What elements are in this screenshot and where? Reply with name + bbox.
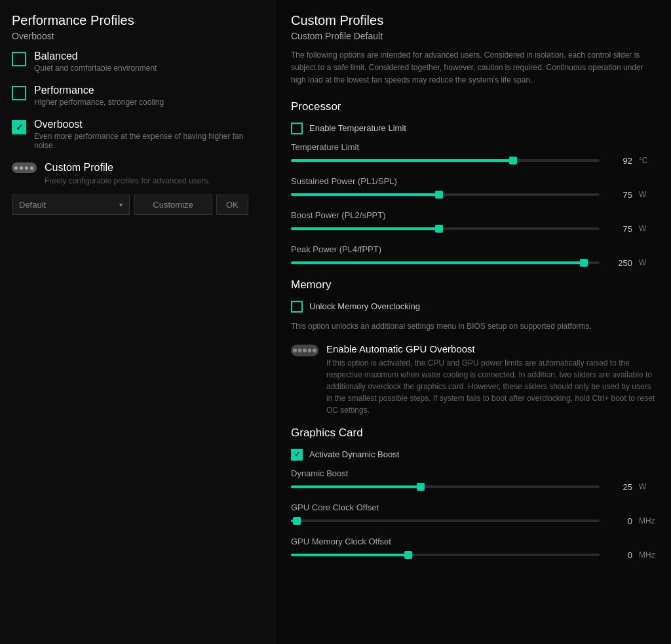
dynamic-boost-thumb[interactable] [417,483,425,491]
temp-limit-value: 92 [606,156,632,166]
dynamic-boost-track[interactable] [291,485,600,488]
gpu-core-clock-slider-section: GPU Core Clock Offset 0 MHz [291,502,655,526]
unlock-oc-label: Unlock Memory Overclocking [309,301,420,311]
custom-profile-toggle[interactable] [12,162,37,173]
temp-limit-fill [291,159,513,162]
sustained-power-fill [291,193,439,196]
auto-gpu-toggle[interactable] [291,345,318,356]
sustained-power-label: Sustained Power (PL1/SPL) [291,176,655,186]
unlock-oc-checkbox[interactable] [291,301,303,313]
activate-dynamic-boost-label: Activate Dynamic Boost [309,449,399,459]
performance-desc: Higher performance, stronger cooling [34,98,164,107]
overboost-desc: Even more performance at the expense of … [34,132,259,150]
gpu-memory-clock-fill [291,554,408,556]
overboost-profile-item[interactable]: Overboost Even more performance at the e… [12,119,259,150]
custom-profile-name: Custom Profile [45,162,113,174]
gpu-core-clock-label: GPU Core Clock Offset [291,502,655,512]
left-panel: Performance Profiles Overboost Balanced … [0,0,275,644]
enable-temp-limit-label: Enable Temperature Limit [309,123,406,133]
temp-limit-label: Temperature Limit [291,142,655,152]
temp-limit-unit: °C [639,156,655,165]
profile-dropdown-value: Default [19,200,46,210]
peak-power-fill [291,261,584,264]
boost-power-slider-section: Boost Power (PL2/sPPT) 75 W [291,210,655,234]
boost-power-label: Boost Power (PL2/sPPT) [291,210,655,220]
enable-temp-limit-checkbox[interactable] [291,123,303,134]
performance-profile-item[interactable]: Performance Higher performance, stronger… [12,85,259,107]
sustained-power-value: 75 [606,190,632,200]
activate-dynamic-boost-checkbox[interactable] [291,449,303,461]
processor-header: Processor [291,100,655,113]
dynamic-boost-unit: W [639,482,655,491]
boost-power-unit: W [639,224,655,233]
performance-name: Performance [34,85,164,96]
peak-power-thumb[interactable] [580,259,588,267]
custom-profile-section: Custom Profile Freely configurable profi… [12,162,259,215]
memory-header: Memory [291,278,655,292]
enable-temp-limit-row[interactable]: Enable Temperature Limit [291,123,655,134]
boost-power-thumb[interactable] [435,225,443,233]
gpu-memory-clock-value: 0 [606,550,632,560]
dynamic-boost-slider-section: Dynamic Boost 25 W [291,468,655,492]
unlock-oc-row[interactable]: Unlock Memory Overclocking [291,301,655,313]
gpu-core-clock-track[interactable] [291,520,600,522]
peak-power-slider-section: Peak Power (PL4/fPPT) 250 W [291,244,655,268]
temp-limit-slider-section: Temperature Limit 92 °C [291,142,655,166]
profile-dropdown[interactable]: Default ▾ [12,195,130,215]
gpu-memory-clock-slider-section: GPU Memory Clock Offset 0 MHz [291,537,655,560]
peak-power-value: 250 [606,258,632,268]
boost-power-value: 75 [606,224,632,234]
custom-profile-default-subtitle: Custom Profile Default [291,31,655,41]
boost-power-fill [291,227,439,230]
custom-profiles-title: Custom Profiles [291,13,655,28]
gpu-core-clock-unit: MHz [639,516,655,525]
balanced-name: Balanced [34,50,157,62]
dynamic-boost-label: Dynamic Boost [291,468,655,478]
dynamic-boost-value: 25 [606,482,632,492]
performance-profiles-title: Performance Profiles [12,13,259,28]
gpu-memory-clock-label: GPU Memory Clock Offset [291,537,655,546]
balanced-desc: Quiet and comfortable environment [34,64,157,73]
balanced-checkbox[interactable] [12,52,26,66]
overboost-checkbox[interactable] [12,120,26,134]
customize-button[interactable]: Customize [134,195,212,215]
unlock-oc-desc: This option unlocks an additional settin… [291,320,655,333]
chevron-down-icon: ▾ [119,201,123,208]
sustained-power-track[interactable] [291,193,600,196]
description-text: The following options are intended for a… [291,49,655,87]
graphics-header: Graphics Card [291,426,655,440]
gpu-core-clock-value: 0 [606,516,632,526]
right-panel: Custom Profiles Custom Profile Default T… [275,0,671,644]
temp-limit-track[interactable] [291,159,600,162]
gpu-memory-clock-thumb[interactable] [404,551,412,559]
activate-dynamic-boost-row[interactable]: Activate Dynamic Boost [291,449,655,461]
auto-gpu-row: Enable Automatic GPU Overboost If this o… [291,343,655,416]
ok-button[interactable]: OK [216,195,248,215]
peak-power-track[interactable] [291,261,600,264]
auto-gpu-label: Enable Automatic GPU Overboost [326,343,655,354]
temp-limit-thumb[interactable] [509,157,517,164]
overboost-name: Overboost [34,119,259,130]
sustained-power-slider-section: Sustained Power (PL1/SPL) 75 W [291,176,655,200]
peak-power-label: Peak Power (PL4/fPPT) [291,244,655,254]
balanced-profile-item[interactable]: Balanced Quiet and comfortable environme… [12,50,259,73]
sustained-power-thumb[interactable] [435,191,443,199]
performance-checkbox[interactable] [12,86,26,100]
custom-profile-desc: Freely configurable profiles for advance… [45,176,259,185]
overboost-subtitle: Overboost [12,31,259,41]
auto-gpu-desc: If this option is activated, the CPU and… [326,357,655,416]
gpu-memory-clock-unit: MHz [639,550,655,559]
boost-power-track[interactable] [291,227,600,230]
peak-power-unit: W [639,258,655,267]
gpu-memory-clock-track[interactable] [291,554,600,556]
dynamic-boost-fill [291,485,421,488]
gpu-core-clock-thumb[interactable] [293,517,301,525]
sustained-power-unit: W [639,190,655,199]
